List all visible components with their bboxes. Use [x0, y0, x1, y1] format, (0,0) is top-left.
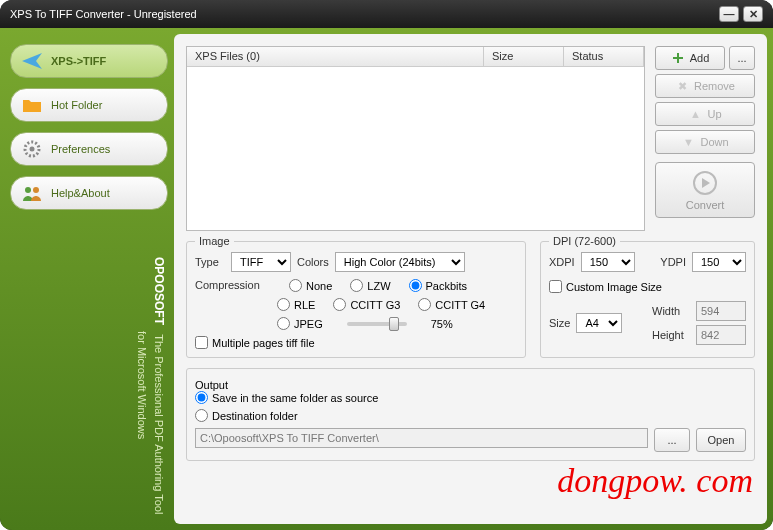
sidebar-tagline: OPOOSOFT The Professional PDF Authoring … [30, 257, 168, 514]
jpeg-quality-slider[interactable] [347, 322, 407, 326]
group-title: Output [195, 379, 746, 391]
height-label: Height [652, 329, 690, 341]
output-group: Output Save in the same folder as source… [186, 368, 755, 461]
main-panel: XPS Files (0) Size Status Add ... ✖ [174, 34, 767, 524]
action-column: Add ... ✖ Remove ▲ Up ▼ Down [655, 46, 755, 231]
custom-size-checkbox[interactable]: Custom Image Size [549, 280, 746, 293]
button-label: Add [690, 52, 710, 64]
people-icon [21, 182, 43, 204]
svg-point-4 [33, 187, 39, 193]
plus-icon [671, 51, 685, 65]
nav-label: XPS->TIFF [51, 55, 106, 67]
compression-ccittg3[interactable]: CCITT G3 [333, 298, 400, 311]
x-icon: ✖ [675, 79, 689, 93]
minimize-button[interactable]: — [719, 6, 739, 22]
col-files[interactable]: XPS Files (0) [187, 47, 484, 66]
compression-packbits[interactable]: Packbits [409, 279, 468, 292]
button-label: Convert [686, 199, 725, 211]
close-button[interactable]: ✕ [743, 6, 763, 22]
multipage-checkbox[interactable]: Multiple pages tiff file [195, 336, 517, 349]
image-group: Image Type TIFF Colors High Color (24bit… [186, 241, 526, 358]
play-circle-icon [692, 170, 718, 196]
gear-icon [21, 138, 43, 160]
remove-button[interactable]: ✖ Remove [655, 74, 755, 98]
sidebar: XPS->TIFF Hot Folder Preferences Help&Ab… [6, 34, 174, 524]
nav-label: Preferences [51, 143, 110, 155]
nav-help-about[interactable]: Help&About [10, 176, 168, 210]
colors-label: Colors [297, 256, 329, 268]
arrow-up-icon: ▲ [688, 107, 702, 121]
nav-label: Help&About [51, 187, 110, 199]
paper-plane-icon [21, 50, 43, 72]
button-label: Down [700, 136, 728, 148]
compression-label: Compression [195, 279, 271, 292]
xdpi-label: XDPI [549, 256, 575, 268]
col-status[interactable]: Status [564, 47, 644, 66]
jpeg-quality-value: 75% [431, 318, 453, 330]
compression-none[interactable]: None [289, 279, 332, 292]
compression-rle[interactable]: RLE [277, 298, 315, 311]
dpi-group: DPI (72-600) XDPI 150 YDPI 150 Custom Im… [540, 241, 755, 358]
titlebar: XPS To TIFF Converter - Unregistered — ✕ [0, 0, 773, 28]
file-list-header: XPS Files (0) Size Status [187, 47, 644, 67]
width-label: Width [652, 305, 690, 317]
ydpi-select[interactable]: 150 [692, 252, 746, 272]
ydpi-label: YDPI [660, 256, 686, 268]
group-title: DPI (72-600) [549, 235, 620, 247]
up-button[interactable]: ▲ Up [655, 102, 755, 126]
svg-point-2 [30, 147, 35, 152]
size-select[interactable]: A4 [576, 313, 622, 333]
button-label: Remove [694, 80, 735, 92]
nav-hot-folder[interactable]: Hot Folder [10, 88, 168, 122]
type-select[interactable]: TIFF [231, 252, 291, 272]
svg-marker-0 [22, 53, 42, 69]
output-dest-folder[interactable]: Destination folder [195, 409, 746, 422]
window-title: XPS To TIFF Converter - Unregistered [10, 8, 197, 20]
button-label: Up [707, 108, 721, 120]
nav-label: Hot Folder [51, 99, 102, 111]
svg-rect-6 [673, 57, 683, 59]
folder-icon [21, 94, 43, 116]
width-field[interactable] [696, 301, 746, 321]
arrow-down-icon: ▼ [681, 135, 695, 149]
col-size[interactable]: Size [484, 47, 564, 66]
height-field[interactable] [696, 325, 746, 345]
compression-jpeg[interactable]: JPEG [277, 317, 323, 330]
type-label: Type [195, 256, 225, 268]
output-same-folder[interactable]: Save in the same folder as source [195, 391, 746, 404]
svg-point-3 [25, 187, 31, 193]
compression-ccittg4[interactable]: CCITT G4 [418, 298, 485, 311]
size-label: Size [549, 317, 570, 329]
app-window: XPS To TIFF Converter - Unregistered — ✕… [0, 0, 773, 530]
colors-select[interactable]: High Color (24bits) [335, 252, 465, 272]
file-list[interactable]: XPS Files (0) Size Status [186, 46, 645, 231]
xdpi-select[interactable]: 150 [581, 252, 635, 272]
add-button[interactable]: Add [655, 46, 725, 70]
open-button[interactable]: Open [696, 428, 746, 452]
add-more-button[interactable]: ... [729, 46, 755, 70]
group-title: Image [195, 235, 234, 247]
down-button[interactable]: ▼ Down [655, 130, 755, 154]
output-path-field[interactable] [195, 428, 648, 448]
convert-button[interactable]: Convert [655, 162, 755, 218]
nav-preferences[interactable]: Preferences [10, 132, 168, 166]
nav-xps-tiff[interactable]: XPS->TIFF [10, 44, 168, 78]
browse-button[interactable]: ... [654, 428, 690, 452]
compression-lzw[interactable]: LZW [350, 279, 390, 292]
svg-marker-8 [702, 178, 710, 188]
